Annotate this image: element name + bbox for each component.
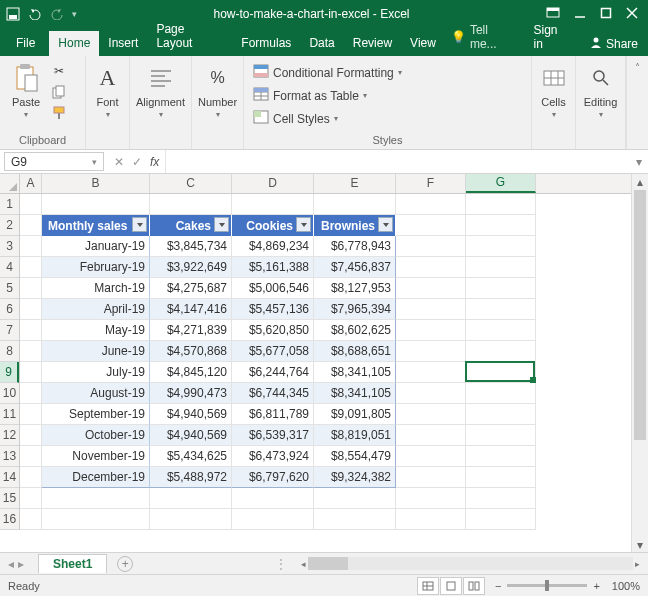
row-header-6[interactable]: 6 [0,299,19,320]
column-header-C[interactable]: C [150,174,232,193]
cell-F7[interactable] [396,320,466,341]
table-cell[interactable]: $4,940,569 [150,425,232,446]
cell-F2[interactable] [396,215,466,236]
sheet-nav-next-icon[interactable]: ▸ [18,557,24,571]
tab-review[interactable]: Review [344,31,401,56]
column-header-F[interactable]: F [396,174,466,193]
table-cell[interactable]: November-19 [42,446,150,467]
cell-F6[interactable] [396,299,466,320]
table-cell[interactable]: $8,341,105 [314,383,396,404]
table-cell[interactable]: $4,869,234 [232,236,314,257]
tab-view[interactable]: View [401,31,445,56]
filter-button[interactable] [378,217,393,232]
row-header-1[interactable]: 1 [0,194,19,215]
table-cell[interactable]: August-19 [42,383,150,404]
vscroll-thumb[interactable] [634,190,646,440]
column-header-G[interactable]: G [466,174,536,193]
expand-formula-bar[interactable]: ▾ [630,155,648,169]
zoom-level[interactable]: 100% [612,580,640,592]
cell-G13[interactable] [466,446,536,467]
row-header-16[interactable]: 16 [0,509,19,530]
close-icon[interactable] [626,7,638,22]
table-cell[interactable]: December-19 [42,467,150,488]
enter-icon[interactable]: ✓ [132,155,142,169]
row-header-14[interactable]: 14 [0,467,19,488]
sign-in[interactable]: Sign in [524,18,580,56]
filter-button[interactable] [214,217,229,232]
number-button[interactable]: %Number▾ [198,60,237,119]
cell-F4[interactable] [396,257,466,278]
cell-A7[interactable] [20,320,42,341]
cell-G4[interactable] [466,257,536,278]
cell-C15[interactable] [150,488,232,509]
table-header[interactable]: Monthly sales [42,215,150,236]
zoom-slider[interactable] [507,584,587,587]
cell-G3[interactable] [466,236,536,257]
cell-A12[interactable] [20,425,42,446]
tab-file[interactable]: File [4,31,49,56]
table-cell[interactable]: June-19 [42,341,150,362]
table-cell[interactable]: September-19 [42,404,150,425]
table-header[interactable]: Cakes [150,215,232,236]
cell-A4[interactable] [20,257,42,278]
cell-A10[interactable] [20,383,42,404]
zoom-in-button[interactable]: + [593,580,599,592]
table-header[interactable]: Cookies [232,215,314,236]
tab-page-layout[interactable]: Page Layout [147,17,232,56]
table-cell[interactable]: $6,244,764 [232,362,314,383]
cell-F9[interactable] [396,362,466,383]
cell-A8[interactable] [20,341,42,362]
table-cell[interactable]: $8,127,953 [314,278,396,299]
row-header-8[interactable]: 8 [0,341,19,362]
alignment-button[interactable]: Alignment▾ [136,60,185,119]
cell-G9[interactable] [466,362,536,383]
cell-A14[interactable] [20,467,42,488]
cell-B15[interactable] [42,488,150,509]
cell-E15[interactable] [314,488,396,509]
table-cell[interactable]: $6,473,924 [232,446,314,467]
font-button[interactable]: AFont▾ [92,60,123,119]
formula-input[interactable] [165,150,630,173]
filter-button[interactable] [132,217,147,232]
tab-formulas[interactable]: Formulas [232,31,300,56]
cell-G11[interactable] [466,404,536,425]
cell-A16[interactable] [20,509,42,530]
save-icon[interactable] [6,7,20,21]
table-cell[interactable]: $8,554,479 [314,446,396,467]
cell-A5[interactable] [20,278,42,299]
column-header-B[interactable]: B [42,174,150,193]
table-cell[interactable]: $6,744,345 [232,383,314,404]
editing-button[interactable]: Editing▾ [582,60,619,119]
row-header-7[interactable]: 7 [0,320,19,341]
cell-G15[interactable] [466,488,536,509]
undo-icon[interactable] [28,8,42,20]
cell-F16[interactable] [396,509,466,530]
horizontal-scrollbar[interactable]: ◂ ▸ [301,557,640,570]
row-header-5[interactable]: 5 [0,278,19,299]
table-cell[interactable]: $4,147,416 [150,299,232,320]
cancel-icon[interactable]: ✕ [114,155,124,169]
row-header-10[interactable]: 10 [0,383,19,404]
table-cell[interactable]: May-19 [42,320,150,341]
maximize-icon[interactable] [600,7,612,22]
table-header[interactable]: Brownies [314,215,396,236]
table-cell[interactable]: $3,845,734 [150,236,232,257]
cell-F1[interactable] [396,194,466,215]
qat-customize-icon[interactable]: ▾ [72,9,77,19]
cell-F5[interactable] [396,278,466,299]
hscroll-thumb[interactable] [308,557,348,570]
table-cell[interactable]: February-19 [42,257,150,278]
cell-styles-button[interactable]: Cell Styles▾ [250,108,405,129]
table-cell[interactable]: $6,778,943 [314,236,396,257]
page-break-view-button[interactable] [463,577,485,595]
table-cell[interactable]: $5,457,136 [232,299,314,320]
table-cell[interactable]: $4,275,687 [150,278,232,299]
cell-F8[interactable] [396,341,466,362]
cell-D15[interactable] [232,488,314,509]
format-painter-button[interactable] [50,104,68,122]
cell-G14[interactable] [466,467,536,488]
format-as-table-button[interactable]: Format as Table▾ [250,85,405,106]
cell-C1[interactable] [150,194,232,215]
filter-button[interactable] [296,217,311,232]
tab-home[interactable]: Home [49,31,99,56]
